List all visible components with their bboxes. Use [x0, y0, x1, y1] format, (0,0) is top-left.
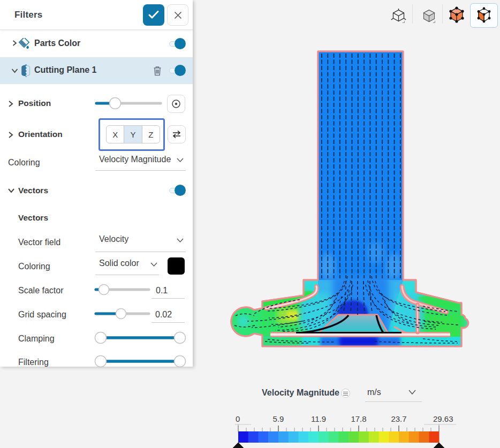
svg-text:11.9: 11.9 — [311, 414, 326, 423]
svg-text:23.7: 23.7 — [391, 414, 406, 423]
svg-text:5.9: 5.9 — [273, 414, 284, 423]
svg-text:0: 0 — [236, 414, 240, 423]
svg-text:29.63: 29.63 — [433, 414, 453, 423]
svg-text:17.8: 17.8 — [351, 414, 366, 423]
